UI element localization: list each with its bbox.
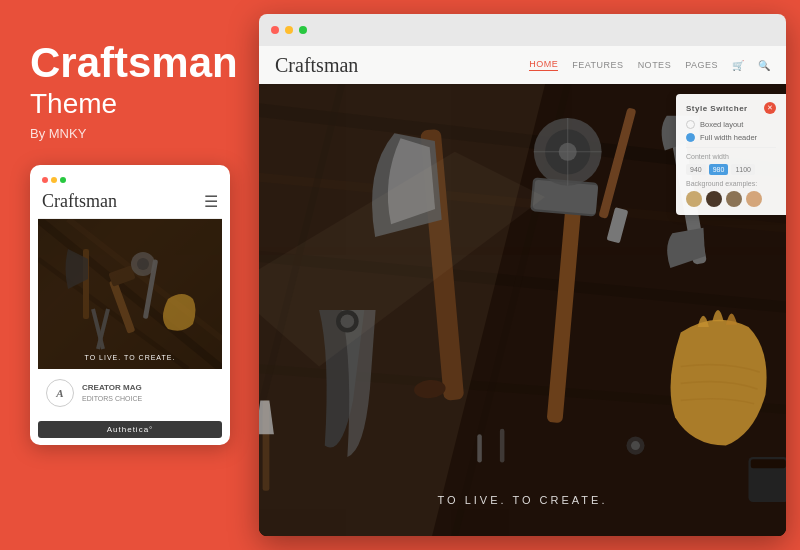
site-logo: Craftsman xyxy=(275,54,358,77)
browser-dot-yellow xyxy=(285,26,293,34)
switcher-bg-swatches xyxy=(686,191,776,207)
right-panel: Craftsman HOME FEATURES NOTES PAGES 🛒 🔍 xyxy=(245,0,800,550)
switcher-width-buttons: 940 980 1100 xyxy=(686,164,776,175)
switcher-width-title: Content width xyxy=(686,153,776,160)
width-btn-980[interactable]: 980 xyxy=(709,164,729,175)
mobile-tools-svg xyxy=(38,219,222,369)
mobile-mockup: Craftsman ☰ xyxy=(30,165,230,445)
badge-line1: CREATOR MAG xyxy=(82,383,142,393)
width-btn-1100[interactable]: 1100 xyxy=(731,164,755,175)
mobile-dot-yellow xyxy=(51,177,57,183)
mobile-logo-area: Craftsman ☰ xyxy=(38,189,222,219)
site-nav: HOME FEATURES NOTES PAGES 🛒 🔍 xyxy=(529,59,770,71)
badge-letter: A xyxy=(56,387,63,399)
badge-line2: EDITORS CHOICE xyxy=(82,395,142,402)
site-header: Craftsman HOME FEATURES NOTES PAGES 🛒 🔍 xyxy=(259,46,786,84)
mobile-top-bar xyxy=(38,175,222,189)
theme-subtitle: Theme xyxy=(30,88,215,120)
cart-icon[interactable]: 🛒 xyxy=(732,60,744,71)
switcher-radio-boxed[interactable] xyxy=(686,120,695,129)
svg-rect-36 xyxy=(500,429,505,463)
switcher-label-fullwidth: Full width header xyxy=(700,133,757,142)
mobile-bottom-section: A CREATOR MAG EDITORS CHOICE xyxy=(38,369,222,415)
hamburger-icon[interactable]: ☰ xyxy=(204,192,218,211)
switcher-label-boxed: Boxed layout xyxy=(700,120,743,129)
hero-tagline: TO LIVE. TO CREATE. xyxy=(259,494,786,506)
mobile-auth-button[interactable]: Authetica° xyxy=(38,421,222,438)
switcher-close-button[interactable]: ✕ xyxy=(764,102,776,114)
nav-features[interactable]: FEATURES xyxy=(572,60,623,70)
swatch-4[interactable] xyxy=(746,191,762,207)
mobile-badge-text: CREATOR MAG EDITORS CHOICE xyxy=(82,383,142,402)
swatch-1[interactable] xyxy=(686,191,702,207)
theme-title: Craftsman xyxy=(30,40,215,86)
browser-dot-red xyxy=(271,26,279,34)
mobile-dot-red xyxy=(42,177,48,183)
mobile-dots xyxy=(42,177,66,183)
switcher-option-boxed: Boxed layout xyxy=(686,120,776,129)
switcher-bg-title: Background examples: xyxy=(686,180,776,187)
mobile-tagline: TO LIVE. TO CREATE. xyxy=(38,354,222,361)
search-icon[interactable]: 🔍 xyxy=(758,60,770,71)
width-btn-940[interactable]: 940 xyxy=(686,164,706,175)
mobile-hero-image: TO LIVE. TO CREATE. xyxy=(38,219,222,369)
browser-chrome xyxy=(259,14,786,46)
switcher-divider xyxy=(686,147,776,148)
switcher-title: Style Switcher xyxy=(686,104,748,113)
browser-dot-green xyxy=(299,26,307,34)
nav-pages[interactable]: PAGES xyxy=(685,60,718,70)
browser-content: Craftsman HOME FEATURES NOTES PAGES 🛒 🔍 xyxy=(259,46,786,536)
svg-rect-33 xyxy=(751,459,786,468)
mobile-logo: Craftsman xyxy=(42,191,117,212)
theme-author: By MNKY xyxy=(30,126,215,141)
nav-notes[interactable]: NOTES xyxy=(638,60,672,70)
switcher-radio-fullwidth[interactable] xyxy=(686,133,695,142)
nav-home[interactable]: HOME xyxy=(529,59,558,71)
svg-point-38 xyxy=(631,441,640,450)
left-panel: Craftsman Theme By MNKY Craftsman ☰ xyxy=(0,0,245,550)
svg-point-9 xyxy=(137,258,149,270)
swatch-3[interactable] xyxy=(726,191,742,207)
switcher-title-row: Style Switcher ✕ xyxy=(686,102,776,114)
mobile-dot-green xyxy=(60,177,66,183)
swatch-2[interactable] xyxy=(706,191,722,207)
mobile-badge-circle: A xyxy=(46,379,74,407)
switcher-option-fullwidth: Full width header xyxy=(686,133,776,142)
style-switcher-panel: Style Switcher ✕ Boxed layout Full width… xyxy=(676,94,786,215)
svg-rect-35 xyxy=(477,434,482,462)
browser-window: Craftsman HOME FEATURES NOTES PAGES 🛒 🔍 xyxy=(259,14,786,536)
